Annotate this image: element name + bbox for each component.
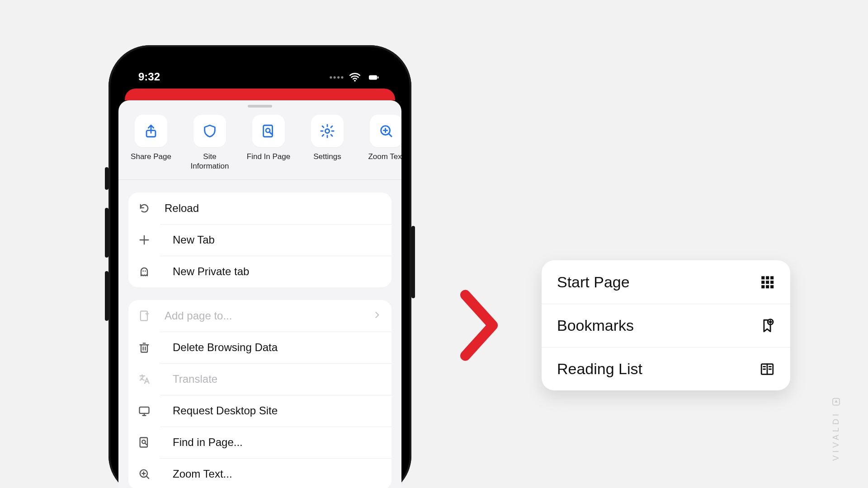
popover-item-label: Reading List xyxy=(557,360,642,378)
bookmark-add-icon xyxy=(760,318,775,333)
toolbar-item-shield[interactable]: Site Information xyxy=(186,115,233,171)
menu-item-translate: Translate xyxy=(160,363,392,395)
share-icon xyxy=(135,115,167,147)
phone-side-button xyxy=(105,271,108,321)
toolbar-item-find[interactable]: Find In Page xyxy=(245,115,292,171)
find-icon xyxy=(252,115,285,147)
popover-item-label: Bookmarks xyxy=(557,317,634,334)
menu-group-1: ReloadNew TabNew Private tab xyxy=(128,192,392,287)
toolbar-item-label: Find In Page xyxy=(245,152,292,161)
phone-side-button xyxy=(105,167,108,190)
phone-screen: 9:32 •••• Share PageSite InformationFind… xyxy=(118,54,401,488)
status-time: 9:32 xyxy=(138,70,160,83)
watermark-text: VIVALDI xyxy=(831,411,841,461)
menu-item-delete-browsing-data[interactable]: Delete Browsing Data xyxy=(160,332,392,363)
zoom-icon xyxy=(128,466,160,482)
toolbar-item-label: Share Page xyxy=(127,152,175,161)
menu-item-new-private-tab[interactable]: New Private tab xyxy=(160,256,392,287)
brand-background-bar xyxy=(125,89,395,100)
wifi-icon xyxy=(349,71,361,83)
toolbar-row: Share PageSite InformationFind In PageSe… xyxy=(118,113,401,180)
menu-item-label: New Tab xyxy=(173,234,215,246)
ghost-icon xyxy=(128,264,160,279)
action-sheet: Share PageSite InformationFind In PageSe… xyxy=(118,100,401,488)
status-bar: 9:32 •••• xyxy=(118,54,401,86)
arrow-chevron-right-icon xyxy=(457,289,500,361)
toolbar-item-label: Settings xyxy=(304,152,351,161)
menu-item-label: Zoom Text... xyxy=(173,468,232,480)
addpage-icon xyxy=(137,308,152,324)
menu-item-label: Delete Browsing Data xyxy=(173,341,278,354)
reload-icon xyxy=(137,201,152,216)
menu-group-2: Add page to...Delete Browsing DataTransl… xyxy=(128,300,392,488)
battery-icon xyxy=(365,72,382,82)
popover-item-label: Start Page xyxy=(557,273,630,291)
desktop-icon xyxy=(128,403,160,418)
popover-item-bookmarks[interactable]: Bookmarks xyxy=(542,304,790,347)
zoom-icon xyxy=(370,115,401,147)
chevron-right-icon xyxy=(373,310,382,322)
menu-item-label: Translate xyxy=(173,373,217,385)
menu-item-label: New Private tab xyxy=(173,265,249,278)
vivaldi-logo-icon xyxy=(832,398,841,407)
translate-icon xyxy=(128,371,160,387)
vivaldi-watermark: VIVALDI xyxy=(831,398,841,461)
menu-item-label: Add page to... xyxy=(165,310,232,322)
menu-item-find-in-page[interactable]: Find in Page... xyxy=(160,427,392,458)
toolbar-item-label: Site Information xyxy=(186,152,233,171)
phone-side-button xyxy=(105,208,108,258)
menu-item-request-desktop-site[interactable]: Request Desktop Site xyxy=(160,395,392,427)
toolbar-item-gear[interactable]: Settings xyxy=(304,115,351,171)
menu-item-label: Find in Page... xyxy=(173,436,243,449)
menu-item-label: Reload xyxy=(165,202,199,215)
gear-icon xyxy=(311,115,344,147)
menu-item-label: Request Desktop Site xyxy=(173,404,278,417)
grid-icon xyxy=(760,274,775,290)
menu-item-reload[interactable]: Reload xyxy=(128,192,392,224)
menu-item-new-tab[interactable]: New Tab xyxy=(160,224,392,256)
trash-icon xyxy=(128,340,160,355)
cell-signal-icon: •••• xyxy=(330,73,344,82)
add-page-to-popover: Start PageBookmarksReading List xyxy=(542,260,790,390)
toolbar-item-share[interactable]: Share Page xyxy=(127,115,175,171)
toolbar-item-zoom[interactable]: Zoom Text xyxy=(363,115,401,171)
plus-icon xyxy=(128,232,160,248)
popover-item-reading-list[interactable]: Reading List xyxy=(542,347,790,390)
menu-item-zoom-text[interactable]: Zoom Text... xyxy=(160,458,392,488)
phone-side-button xyxy=(411,226,415,298)
book-open-icon xyxy=(760,361,775,377)
menu-item-add-page-to: Add page to... xyxy=(128,300,392,332)
shield-icon xyxy=(193,115,226,147)
toolbar-item-label: Zoom Text xyxy=(363,152,401,161)
phone-frame: 9:32 •••• Share PageSite InformationFind… xyxy=(108,45,411,488)
popover-item-start-page[interactable]: Start Page xyxy=(542,260,790,304)
find-icon xyxy=(128,435,160,450)
sheet-grabber[interactable] xyxy=(248,105,272,108)
